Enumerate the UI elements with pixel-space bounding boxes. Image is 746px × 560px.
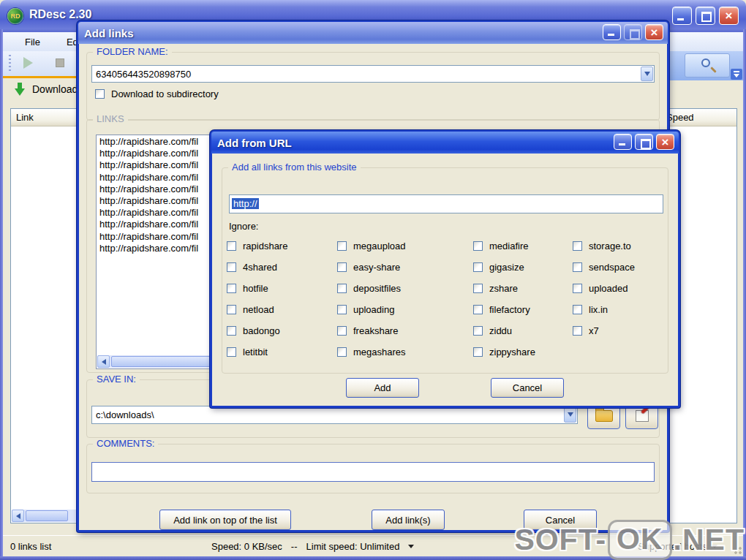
checkbox-icon[interactable] bbox=[337, 284, 347, 293]
scroll-left-icon[interactable] bbox=[97, 355, 110, 368]
main-list-horizontal-scrollbar[interactable] bbox=[12, 510, 76, 522]
ignore-host-x7[interactable]: x7 bbox=[573, 325, 666, 336]
checkbox-icon[interactable] bbox=[227, 305, 236, 314]
checkbox-icon[interactable] bbox=[573, 262, 582, 272]
checkbox-icon[interactable] bbox=[95, 89, 105, 99]
close-icon[interactable] bbox=[656, 134, 674, 150]
minimize-icon[interactable] bbox=[614, 134, 632, 150]
ignore-host-filefactory[interactable]: filefactory bbox=[473, 304, 573, 315]
ignore-host-megashares[interactable]: megashares bbox=[337, 347, 473, 357]
ignore-host-hotfile[interactable]: hotfile bbox=[227, 283, 337, 294]
chevron-down-icon[interactable] bbox=[641, 67, 653, 81]
start-download-icon[interactable] bbox=[23, 57, 33, 69]
column-header-link[interactable]: Link bbox=[11, 109, 77, 126]
download-to-subdirectory-checkbox[interactable]: Download to subdirectory bbox=[95, 88, 219, 99]
ignore-host-easy-share[interactable]: easy-share bbox=[337, 262, 473, 273]
ignore-host-depositfiles[interactable]: depositfiles bbox=[337, 283, 473, 294]
add-links-title: Add links bbox=[84, 27, 134, 39]
checkbox-icon[interactable] bbox=[337, 347, 347, 357]
add-button[interactable]: Add bbox=[346, 378, 419, 398]
checkbox-icon[interactable] bbox=[227, 284, 236, 293]
add-from-url-titlebar[interactable]: Add from URL bbox=[211, 132, 679, 154]
menu-item-file[interactable]: File bbox=[13, 34, 52, 50]
folder-name-combobox[interactable]: 634056443520898750 bbox=[91, 65, 655, 83]
checkbox-icon[interactable] bbox=[337, 326, 347, 336]
add-link-on-top-button[interactable]: Add link on top of the list bbox=[159, 510, 291, 530]
host-label: lix.in bbox=[589, 304, 608, 315]
ignore-host-uploaded[interactable]: uploaded bbox=[573, 283, 666, 294]
tab-download[interactable]: Download bbox=[15, 82, 78, 97]
ignore-host-storage-to[interactable]: storage.to bbox=[573, 241, 666, 251]
close-icon[interactable] bbox=[645, 24, 663, 40]
checkbox-icon[interactable] bbox=[473, 347, 483, 357]
limit-speed-dropdown-icon[interactable] bbox=[408, 545, 414, 548]
add-links-titlebar[interactable]: Add links bbox=[78, 22, 668, 44]
column-header-speed[interactable]: Speed bbox=[661, 109, 736, 126]
close-icon[interactable] bbox=[719, 7, 739, 25]
ignore-host-mediafire[interactable]: mediafire bbox=[473, 241, 573, 251]
ignore-host-4shared[interactable]: 4shared bbox=[227, 262, 337, 273]
cancel-button[interactable]: Cancel bbox=[524, 510, 597, 530]
folder-name-group: FOLDER NAME: bbox=[86, 52, 660, 121]
checkbox-icon[interactable] bbox=[227, 347, 236, 357]
ignore-host-freakshare[interactable]: freakshare bbox=[337, 325, 473, 336]
ignore-host-zippyshare[interactable]: zippyshare bbox=[473, 347, 573, 357]
ignore-host-badongo[interactable]: badongo bbox=[227, 325, 337, 336]
subdirectory-label: Download to subdirectory bbox=[111, 88, 219, 99]
ignore-grid: rapidshare megaupload mediafire storage.… bbox=[227, 235, 666, 363]
search-button[interactable] bbox=[685, 53, 730, 77]
checkbox-icon[interactable] bbox=[337, 305, 347, 314]
scrollbar-thumb[interactable] bbox=[26, 510, 68, 521]
ignore-host-lix-in[interactable]: lix.in bbox=[573, 304, 666, 315]
ignore-host-zshare[interactable]: zshare bbox=[473, 283, 573, 294]
supported-hosts-dropdown-icon[interactable] bbox=[712, 545, 717, 548]
status-dashes: -- bbox=[291, 541, 298, 552]
ignore-host-uploading[interactable]: uploading bbox=[337, 304, 473, 315]
checkbox-icon[interactable] bbox=[573, 326, 582, 336]
checkbox-icon[interactable] bbox=[573, 241, 582, 251]
checkbox-icon[interactable] bbox=[337, 241, 347, 251]
minimize-icon[interactable] bbox=[603, 24, 621, 40]
ignore-host-letitbit[interactable]: letitbit bbox=[227, 347, 337, 357]
toolbar-grip-handle[interactable] bbox=[9, 55, 11, 72]
rdesc-app-icon: RD bbox=[7, 8, 23, 24]
ignore-host-ziddu[interactable]: ziddu bbox=[473, 325, 573, 336]
maximize-icon[interactable] bbox=[696, 7, 715, 25]
checkbox-icon[interactable] bbox=[473, 262, 483, 272]
cancel-button[interactable]: Cancel bbox=[491, 378, 564, 398]
minimize-icon[interactable] bbox=[672, 7, 692, 25]
host-label: filefactory bbox=[489, 304, 530, 315]
checkbox-icon[interactable] bbox=[473, 284, 483, 293]
scroll-left-icon[interactable] bbox=[12, 510, 24, 522]
maximize-icon[interactable] bbox=[635, 134, 653, 150]
status-supported-hosts[interactable]: Supported hosts bbox=[638, 541, 717, 552]
host-label: x7 bbox=[589, 325, 599, 336]
checkbox-icon[interactable] bbox=[473, 326, 483, 336]
ignore-host-sendspace[interactable]: sendspace bbox=[573, 262, 666, 273]
chevron-down-icon[interactable] bbox=[564, 407, 576, 423]
comments-input[interactable] bbox=[91, 462, 655, 482]
checkbox-icon[interactable] bbox=[573, 284, 582, 293]
ignore-host-megaupload[interactable]: megaupload bbox=[337, 241, 473, 251]
ignore-host-gigasize[interactable]: gigasize bbox=[473, 262, 573, 273]
window-border-right bbox=[743, 29, 746, 560]
ignore-host-netload[interactable]: netload bbox=[227, 304, 337, 315]
window-border-left bbox=[0, 29, 3, 560]
toolbar-overflow-chevron-icon[interactable] bbox=[731, 69, 742, 80]
ignore-host-rapidshare[interactable]: rapidshare bbox=[227, 241, 337, 251]
resize-grip[interactable] bbox=[731, 544, 742, 554]
host-label: zshare bbox=[489, 283, 518, 294]
checkbox-icon[interactable] bbox=[337, 262, 347, 272]
add-links-button[interactable]: Add link(s) bbox=[372, 510, 445, 530]
checkbox-icon[interactable] bbox=[227, 262, 236, 272]
checkbox-icon[interactable] bbox=[227, 241, 236, 251]
checkbox-icon[interactable] bbox=[473, 241, 483, 251]
save-in-combobox[interactable]: c:\downloads\ bbox=[91, 406, 578, 424]
checkbox-icon[interactable] bbox=[227, 326, 236, 336]
checkbox-icon[interactable] bbox=[573, 305, 582, 314]
add-all-links-label: Add all links from this website bbox=[228, 162, 361, 173]
url-input[interactable]: http:// bbox=[229, 194, 663, 213]
checkbox-icon[interactable] bbox=[473, 305, 483, 314]
status-limit-speed[interactable]: Limit speed: Unlimited bbox=[306, 541, 400, 552]
stop-download-icon[interactable] bbox=[56, 58, 64, 67]
